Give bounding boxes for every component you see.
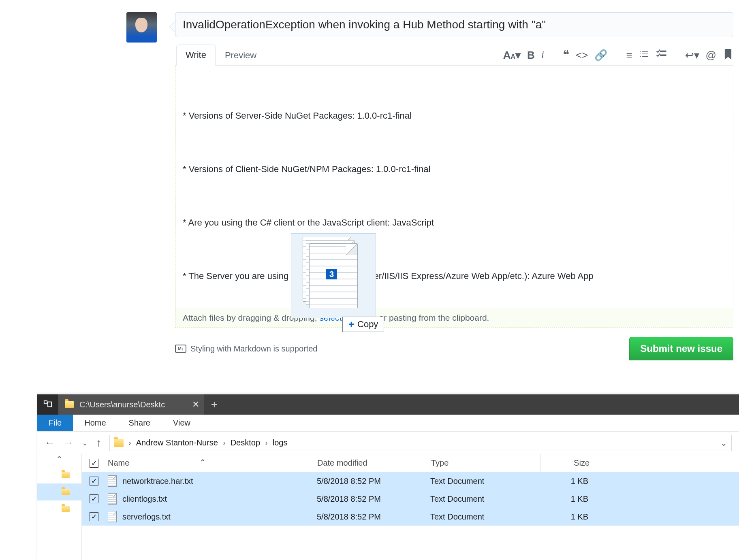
new-tab-button[interactable]: +	[204, 394, 224, 415]
tree-item[interactable]	[37, 483, 81, 500]
speech-pointer	[169, 21, 175, 32]
body-line: * The Server you are using (Kestrel/Http…	[183, 267, 726, 285]
nav-up-icon[interactable]: ↑	[96, 437, 101, 449]
github-issue-composer: Write Preview AA▾ B i ❝ <> 🔗 ≡	[126, 12, 686, 360]
drag-copy-tooltip: + Copy	[342, 317, 384, 332]
compose-footer: M↓ Styling with Markdown is supported Su…	[175, 337, 733, 360]
body-line: * Are you using the C# client or the Jav…	[183, 214, 726, 232]
row-checkbox[interactable]	[90, 512, 98, 521]
editor-container: * Versions of Server-Side NuGet Packages…	[175, 66, 733, 328]
file-row[interactable]: clientlogs.txt 5/8/2018 8:52 PM Text Doc…	[82, 490, 739, 508]
editor-tabs: Write Preview AA▾ B i ❝ <> 🔗 ≡	[175, 43, 733, 66]
explorer-file-list: Name⌃ Date modified Type Size networktra…	[82, 454, 739, 560]
body-line: * Versions of Server-Side NuGet Packages…	[183, 107, 726, 125]
nav-forward-icon[interactable]: →	[63, 437, 74, 449]
file-size: 1 KB	[540, 512, 604, 522]
bookmark-icon[interactable]	[723, 49, 733, 61]
folder-icon	[62, 506, 70, 512]
folder-icon	[65, 401, 74, 408]
issue-title-input[interactable]	[175, 12, 733, 37]
drag-count-badge: 3	[326, 269, 337, 279]
mention-icon[interactable]: @	[706, 50, 716, 60]
file-type: Text Document	[430, 494, 540, 504]
text-size-icon[interactable]: AA▾	[503, 50, 521, 60]
bullet-list-icon[interactable]: ≡	[626, 50, 632, 60]
text-file-icon	[108, 511, 117, 522]
drag-preview: 3	[291, 233, 376, 318]
ribbon-home[interactable]: Home	[73, 415, 117, 431]
tree-item[interactable]	[37, 500, 81, 517]
svg-rect-1	[48, 402, 51, 407]
folder-icon	[62, 472, 70, 478]
submit-issue-button[interactable]: Submit new issue	[629, 337, 733, 360]
explorer-ribbon: File Home Share View	[37, 415, 739, 432]
breadcrumb-bar[interactable]: › Andrew Stanton-Nurse › Desktop › logs …	[109, 435, 732, 451]
tab-overview-icon[interactable]	[37, 394, 58, 415]
file-row[interactable]: serverlogs.txt 5/8/2018 8:52 PM Text Doc…	[82, 508, 739, 526]
file-date: 5/8/2018 8:52 PM	[317, 494, 430, 504]
explorer-titlebar: C:\Users\anurse\Desktc ✕ +	[37, 394, 739, 415]
folder-icon	[114, 439, 124, 447]
markdown-icon: M↓	[175, 345, 186, 353]
ribbon-share[interactable]: Share	[117, 415, 162, 431]
sort-asc-icon: ⌃	[199, 458, 206, 467]
row-checkbox[interactable]	[90, 477, 98, 485]
file-date: 5/8/2018 8:52 PM	[317, 512, 430, 522]
file-name: networktrace.har.txt	[122, 477, 193, 486]
compose-panel: Write Preview AA▾ B i ❝ <> 🔗 ≡	[175, 12, 733, 360]
column-date[interactable]: Date modified	[317, 458, 431, 468]
plus-icon: +	[348, 319, 354, 330]
breadcrumb-expand-icon[interactable]: ⌄	[720, 438, 727, 448]
tree-item[interactable]	[37, 466, 81, 483]
italic-icon[interactable]: i	[541, 50, 544, 60]
ribbon-file[interactable]: File	[37, 415, 73, 431]
issue-body-textarea[interactable]: * Versions of Server-Side NuGet Packages…	[175, 66, 733, 308]
numbered-list-icon[interactable]	[639, 49, 649, 61]
list-header: Name⌃ Date modified Type Size	[82, 454, 739, 472]
column-name[interactable]: Name⌃	[106, 458, 317, 468]
file-row[interactable]: networktrace.har.txt 5/8/2018 8:52 PM Te…	[82, 472, 739, 490]
attach-hint: Attach files by dragging & dropping, sel…	[175, 308, 733, 328]
code-icon[interactable]: <>	[576, 50, 588, 60]
folder-icon	[62, 489, 70, 495]
explorer-tab[interactable]: C:\Users\anurse\Desktc ✕	[58, 394, 204, 415]
file-explorer-window: C:\Users\anurse\Desktc ✕ + File Home Sha…	[37, 394, 739, 560]
row-checkbox[interactable]	[90, 494, 98, 503]
svg-rect-0	[44, 401, 47, 404]
chevron-right-icon[interactable]: ›	[128, 438, 131, 447]
file-name: serverlogs.txt	[122, 512, 171, 522]
close-tab-icon[interactable]: ✕	[192, 399, 199, 410]
column-type[interactable]: Type	[431, 458, 540, 468]
reply-icon[interactable]: ↩▾	[685, 50, 699, 60]
breadcrumb-segment[interactable]: Andrew Stanton-Nurse	[136, 438, 218, 447]
breadcrumb-segment[interactable]: Desktop	[231, 438, 260, 447]
select-all-checkbox[interactable]	[90, 459, 98, 468]
chevron-right-icon[interactable]: ›	[223, 438, 226, 447]
file-type: Text Document	[430, 477, 540, 486]
bold-icon[interactable]: B	[527, 50, 535, 60]
link-icon[interactable]: 🔗	[594, 50, 607, 60]
body-line: * Versions of Client-Side NuGet/NPM Pack…	[183, 160, 726, 178]
explorer-tree[interactable]: ⌃	[37, 454, 82, 560]
file-size: 1 KB	[540, 494, 604, 504]
avatar[interactable]	[126, 12, 157, 43]
text-file-icon	[108, 475, 117, 487]
file-name: clientlogs.txt	[122, 494, 167, 504]
chevron-right-icon[interactable]: ›	[265, 438, 268, 447]
tree-scroll-up-icon[interactable]: ⌃	[37, 454, 81, 464]
file-size: 1 KB	[540, 477, 604, 486]
quote-icon[interactable]: ❝	[563, 49, 569, 61]
nav-recent-icon[interactable]: ⌄	[82, 439, 88, 447]
column-size[interactable]: Size	[541, 458, 606, 468]
breadcrumb-segment[interactable]: logs	[273, 438, 288, 447]
text-file-icon	[108, 493, 117, 505]
markdown-hint[interactable]: M↓ Styling with Markdown is supported	[175, 344, 317, 353]
nav-back-icon[interactable]: ←	[45, 437, 55, 449]
ribbon-view[interactable]: View	[162, 415, 202, 431]
file-type: Text Document	[430, 512, 540, 522]
tab-write[interactable]: Write	[176, 45, 216, 66]
file-date: 5/8/2018 8:52 PM	[317, 477, 430, 486]
tab-preview[interactable]: Preview	[216, 45, 266, 66]
explorer-body: ⌃ Name⌃ Date modified Type Size networkt…	[37, 454, 739, 560]
task-list-icon[interactable]	[656, 49, 666, 61]
